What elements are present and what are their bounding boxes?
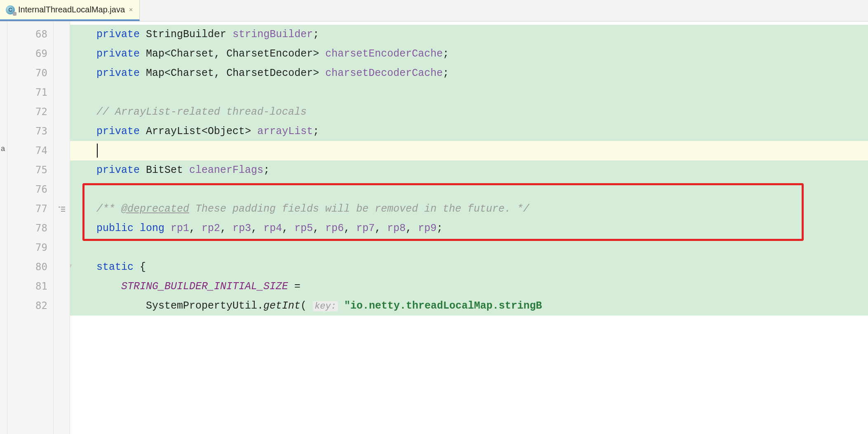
line-number: 82 — [7, 296, 47, 316]
gutter-mark — [54, 219, 70, 238]
field-name: rp3 — [232, 222, 251, 234]
line-number: 81 — [7, 277, 47, 296]
line-comment: // ArrayList-related thread-locals — [96, 106, 307, 118]
ide-root: C InternalThreadLocalMap.java × a 68 69 … — [0, 0, 868, 434]
editor-tab[interactable]: C InternalThreadLocalMap.java × — [0, 0, 140, 21]
field-name: rp9 — [418, 222, 436, 234]
fold-handle-icon[interactable] — [70, 257, 73, 277]
gutter-icons — [54, 21, 70, 434]
code-line[interactable]: /** @deprecated These padding fields wil… — [70, 199, 868, 219]
tool-window-stripe-label: a — [1, 144, 5, 153]
line-number: 74 — [7, 141, 47, 160]
line-number: 69 — [7, 44, 47, 64]
javadoc-gutter-icon[interactable] — [54, 199, 70, 219]
javadoc-tag-deprecated: @deprecated — [121, 203, 189, 215]
field-name: cleanerFlags — [189, 164, 263, 176]
keyword-private: private — [96, 28, 140, 40]
code-line[interactable] — [70, 238, 868, 257]
tool-window-stripe[interactable]: a — [0, 21, 7, 434]
type-ref: Map — [146, 67, 164, 79]
code-line[interactable] — [70, 180, 868, 199]
code-line-current[interactable] — [70, 141, 868, 160]
type-ref: BitSet — [146, 164, 183, 176]
javadoc-open: /** — [96, 203, 121, 215]
code-line[interactable]: STRING_BUILDER_INITIAL_SIZE = — [70, 277, 868, 296]
javadoc-text: These padding fields will be removed in … — [189, 203, 529, 215]
method-call: getInt — [263, 300, 300, 312]
gutter-mark — [54, 277, 70, 296]
java-class-icon: C — [6, 5, 15, 14]
field-name: rp2 — [202, 222, 220, 234]
field-name: charsetDecoderCache — [325, 67, 443, 79]
type-ref: CharsetDecoder — [226, 67, 313, 79]
type-ref: SystemPropertyUtil — [146, 300, 257, 312]
field-name: rp1 — [171, 222, 189, 234]
gutter-mark — [54, 141, 70, 160]
code-line[interactable]: private Map<Charset, CharsetDecoder> cha… — [70, 64, 868, 83]
gutter-mark — [54, 64, 70, 83]
gutter-mark — [54, 296, 70, 316]
line-number: 70 — [7, 64, 47, 83]
close-icon[interactable]: × — [128, 6, 134, 14]
field-name: rp6 — [325, 222, 344, 234]
line-number-gutter[interactable]: 68 69 70 71 72 73 74 75 76 77 78 79 80 8… — [7, 21, 54, 434]
type-ref: ArrayList — [146, 125, 202, 137]
editor-tab-label: InternalThreadLocalMap.java — [18, 5, 125, 14]
type-ref: StringBuilder — [146, 28, 226, 40]
field-name: arrayList — [257, 125, 313, 137]
gutter-mark — [54, 83, 70, 102]
line-number: 71 — [7, 83, 47, 102]
code-line[interactable]: // ArrayList-related thread-locals — [70, 102, 868, 122]
line-number: 77 — [7, 199, 47, 219]
keyword-static: static — [96, 261, 134, 273]
gutter-mark — [54, 180, 70, 199]
gutter-mark — [54, 25, 70, 44]
keyword-private: private — [96, 48, 140, 60]
keyword-public: public — [96, 222, 134, 234]
type-ref: Charset — [171, 67, 214, 79]
code-line[interactable]: public long rp1, rp2, rp3, rp4, rp5, rp6… — [70, 219, 868, 238]
field-name: stringBuilder — [232, 28, 313, 40]
line-number: 80 — [7, 257, 47, 277]
keyword-private: private — [96, 164, 140, 176]
string-literal: "io.netty.threadLocalMap.stringB — [344, 300, 542, 312]
java-class-icon-letter: C — [8, 7, 12, 13]
line-number: 68 — [7, 25, 47, 44]
field-name: rp5 — [294, 222, 313, 234]
line-number: 72 — [7, 102, 47, 122]
code-area[interactable]: private StringBuilder stringBuilder; pri… — [70, 21, 868, 434]
field-name: rp4 — [263, 222, 282, 234]
code-line[interactable]: private BitSet cleanerFlags; — [70, 160, 868, 180]
line-number: 78 — [7, 219, 47, 238]
text-caret — [97, 144, 98, 158]
line-number: 76 — [7, 180, 47, 199]
editor-tab-bar: C InternalThreadLocalMap.java × — [0, 0, 868, 21]
code-line[interactable] — [70, 83, 868, 102]
type-ref: CharsetEncoder — [226, 48, 313, 60]
gutter-mark — [54, 160, 70, 180]
line-number: 73 — [7, 122, 47, 141]
keyword-long: long — [140, 222, 164, 234]
keyword-private: private — [96, 67, 140, 79]
gutter-mark — [54, 102, 70, 122]
field-name: rp7 — [356, 222, 375, 234]
type-ref: Object — [208, 125, 245, 137]
code-line[interactable]: private StringBuilder stringBuilder; — [70, 25, 868, 44]
type-ref: Charset — [171, 48, 214, 60]
code-line[interactable]: private Map<Charset, CharsetEncoder> cha… — [70, 44, 868, 64]
line-number: 75 — [7, 160, 47, 180]
code-line[interactable]: private ArrayList<Object> arrayList; — [70, 122, 868, 141]
static-field-ref: STRING_BUILDER_INITIAL_SIZE — [121, 281, 288, 292]
type-ref: Map — [146, 48, 164, 60]
field-name: charsetEncoderCache — [325, 48, 443, 60]
editor-pane: a 68 69 70 71 72 73 74 75 76 77 78 79 80… — [0, 21, 868, 434]
gutter-mark — [54, 44, 70, 64]
code-line[interactable]: static { — [70, 257, 868, 277]
field-name: rp8 — [387, 222, 406, 234]
parameter-hint: key: — [313, 301, 338, 311]
keyword-private: private — [96, 125, 140, 137]
gutter-mark — [54, 238, 70, 257]
gutter-mark — [54, 257, 70, 277]
gutter-mark — [54, 122, 70, 141]
code-line[interactable]: SystemPropertyUtil.getInt( key: "io.nett… — [70, 296, 868, 316]
